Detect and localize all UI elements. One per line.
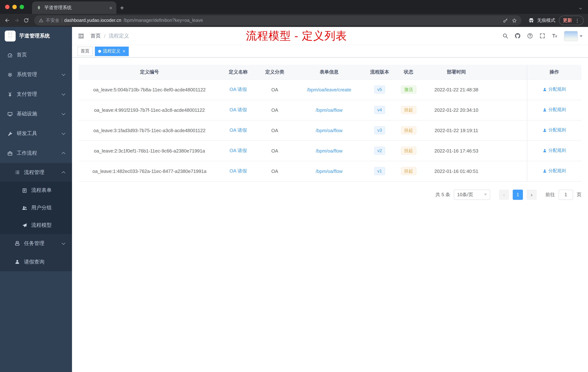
tab-close-icon[interactable]: × (108, 5, 114, 10)
sidebar-item-process-management[interactable]: 流程管理 (0, 163, 72, 182)
new-tab-button[interactable]: + (116, 4, 128, 14)
definition-name-link[interactable]: OA 请假 (230, 168, 247, 174)
maximize-window-control[interactable] (20, 5, 24, 9)
chevron-up-icon (62, 152, 65, 156)
security-label[interactable]: 不安全 (46, 17, 59, 23)
sidebar-item-task-management[interactable]: 任务管理 (0, 234, 72, 253)
assign-rule-link[interactable]: 分配规则 (543, 87, 566, 93)
sidebar-item-process-form[interactable]: 流程表单 (0, 182, 72, 199)
form-link[interactable]: /bpm/oa/flow (316, 128, 342, 133)
incognito-badge: 无痕模式 (528, 17, 555, 24)
cell-definition-name: OA 请假 (220, 161, 256, 181)
sidebar-item-process-model[interactable]: 流程模型 (0, 217, 72, 234)
cell-deployed-at: 2022-01-22 19:19:11 (422, 120, 490, 141)
forward-icon[interactable] (12, 16, 21, 25)
chevron-up-icon (62, 171, 65, 175)
table-row: oa_leave:4:991f2193-7b7f-11ec-a3c8-acde4… (79, 100, 581, 120)
more-vert-icon[interactable]: ⋮ (575, 18, 580, 23)
close-icon[interactable]: × (123, 49, 125, 54)
page-size-value: 10条/页 (457, 191, 473, 198)
cell-deployed-at: 2022-01-16 01:40:51 (422, 161, 490, 181)
next-page-button[interactable]: › (526, 189, 537, 200)
goto-page-input[interactable] (558, 189, 573, 200)
cell-definition-id: oa_leave:4:991f2193-7b7f-11ec-a3c8-acde4… (79, 100, 220, 120)
address-bar[interactable]: 不安全 dashboard.yudao.iocoder.cn /bpm/mana… (34, 15, 521, 25)
sidebar-item-label: 基础设施 (17, 111, 37, 117)
form-link[interactable]: /bpm/oa/flow (316, 168, 342, 174)
definition-name-link[interactable]: OA 请假 (230, 127, 247, 133)
assign-rule-link[interactable]: 分配规则 (543, 148, 566, 154)
person-icon (15, 259, 20, 265)
version-tag: v4 (374, 106, 385, 114)
cell-status: 挂起 (395, 120, 422, 141)
cell-status: 激活 (395, 79, 422, 100)
breadcrumb-home[interactable]: 首页 (91, 33, 101, 39)
chevron-down-icon (62, 111, 65, 115)
sidebar-item-label: 支付管理 (17, 91, 37, 98)
cell-status: 挂起 (395, 161, 422, 181)
app-title: 芋道管理系统 (19, 33, 50, 39)
tag-label: 首页 (81, 48, 89, 54)
back-icon[interactable] (3, 16, 12, 25)
sidebar-item-label: 任务管理 (24, 240, 44, 247)
search-icon[interactable] (502, 33, 508, 39)
reload-icon[interactable] (22, 16, 31, 25)
tag-active[interactable]: 流程定义× (95, 46, 128, 56)
browser-tab[interactable]: 芋道管理系统 × (32, 1, 116, 14)
font-size-icon[interactable] (552, 33, 558, 39)
dashboard-icon (7, 52, 13, 58)
update-label[interactable]: 更新 (563, 17, 572, 23)
total-count: 共 5 条 (435, 191, 450, 198)
goto-unit: 页 (577, 191, 581, 198)
cell-definition-id: oa_leave:2:3c1f0ef1-76b1-11ec-9c66-a2380… (79, 141, 220, 161)
key-icon[interactable] (503, 18, 508, 23)
assign-rule-label: 分配规则 (548, 148, 566, 154)
sidebar-item-leave-query[interactable]: 请假查询 (0, 253, 72, 271)
chevron-down-icon (62, 131, 65, 135)
form-link[interactable]: /bpm/oa/flow (316, 148, 342, 153)
form-link[interactable]: /bpm/oa/leave/create (307, 87, 351, 92)
table-body: oa_leave:5:004b710b-7b8a-11ec-8ef0-acde4… (79, 79, 581, 181)
status-badge: 挂起 (401, 147, 416, 155)
sidebar-item-label: 研发工具 (17, 130, 37, 137)
fullscreen-icon[interactable] (539, 33, 546, 39)
tag-item[interactable]: 首页 (77, 46, 93, 56)
close-window-control[interactable] (5, 5, 10, 9)
help-icon[interactable] (527, 33, 533, 39)
github-icon[interactable] (514, 33, 521, 39)
sidebar-item-dev-tools[interactable]: 研发工具 (0, 124, 72, 143)
cell-version: v5 (365, 79, 395, 100)
hamburger-icon[interactable] (77, 32, 85, 40)
avatar-image[interactable] (564, 31, 578, 41)
sidebar-item-workflow[interactable]: 工作流程 (0, 143, 72, 163)
definition-name-link[interactable]: OA 请假 (230, 107, 247, 112)
sidebar-item-system-management[interactable]: 系统管理 (0, 65, 72, 85)
task-icon (15, 241, 20, 246)
user-icon (543, 87, 547, 92)
page-number-button[interactable]: 1 (513, 189, 523, 200)
definition-name-link[interactable]: OA 请假 (230, 87, 247, 92)
warning-icon (39, 18, 44, 23)
prev-page-button[interactable]: ‹ (499, 189, 509, 200)
assign-rule-link[interactable]: 分配规则 (543, 168, 566, 174)
sidebar-item-label: 请假查询 (24, 259, 44, 265)
annotation-text: 流程模型 - 定义列表 (246, 28, 347, 43)
cell-operation: 分配规则 (527, 100, 581, 120)
star-icon[interactable] (512, 18, 517, 23)
sidebar-item-home[interactable]: 首页 (0, 45, 72, 65)
definition-name-link[interactable]: OA 请假 (230, 148, 247, 153)
assign-rule-link[interactable]: 分配规则 (543, 107, 566, 113)
tab-search-chevron-icon[interactable] (578, 6, 583, 11)
user-avatar[interactable] (564, 31, 583, 41)
browser-menu-button[interactable]: 更新 ⋮ (559, 16, 584, 25)
sidebar-item-user-group[interactable]: 用户分组 (0, 199, 72, 217)
breadcrumb-current: 流程定义 (109, 33, 129, 39)
table-row: oa_leave:3:1fad3d93-7b75-11ec-a3c8-acde4… (79, 120, 581, 141)
sidebar-item-infrastructure[interactable]: 基础设施 (0, 104, 72, 124)
sidebar-item-payment-management[interactable]: 支付管理 (0, 85, 72, 104)
logo-avatar (5, 31, 16, 42)
assign-rule-link[interactable]: 分配规则 (543, 127, 566, 133)
minimize-window-control[interactable] (12, 5, 17, 9)
page-size-select[interactable]: 10条/页 (454, 189, 490, 200)
form-link[interactable]: /bpm/oa/flow (316, 107, 342, 113)
